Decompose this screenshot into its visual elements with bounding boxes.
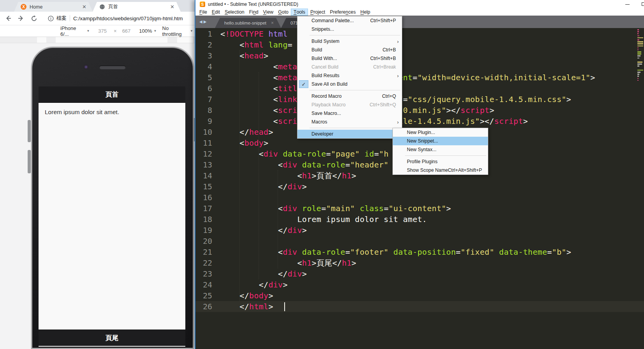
- menubar-item-view[interactable]: View: [261, 9, 276, 16]
- browser-tab-home[interactable]: X Home ✕: [14, 2, 93, 12]
- minimap-line: [637, 37, 643, 39]
- viewport-height[interactable]: 667: [122, 28, 131, 34]
- menubar-item-selection[interactable]: Selection: [222, 9, 247, 16]
- chrome-window: X Home ✕ 頁首 ✕ 檔案 C:/xampp/htdocs/webdesi…: [0, 0, 202, 349]
- code-line-1: <!DOCTYPE html: [220, 28, 288, 39]
- line-number: 2: [195, 39, 212, 50]
- minimap-line: [637, 43, 643, 44]
- code-line-19: </div>: [220, 225, 307, 236]
- submenu-item-new-snippet[interactable]: New Snippet...: [393, 137, 488, 145]
- tab-title: Home: [30, 4, 82, 10]
- xampp-icon: X: [21, 4, 26, 10]
- code-line-26: </html>: [220, 301, 273, 312]
- menu-item-save-macro[interactable]: Save Macro...: [297, 109, 402, 118]
- minimap-line: [637, 62, 642, 63]
- code-line-21: <div data-role="footer" data-position="f…: [220, 247, 571, 257]
- menu-separator: [297, 33, 402, 37]
- back-icon[interactable]: [4, 14, 13, 23]
- code-line-13: <div data-role="header": [220, 159, 389, 170]
- line-number: 25: [195, 290, 212, 301]
- minimap-line: [637, 49, 639, 51]
- maximize-button[interactable]: [642, 2, 644, 6]
- minimap-line: [637, 39, 639, 41]
- menubar-item-file[interactable]: File: [197, 9, 209, 16]
- line-number: 17: [195, 203, 212, 214]
- url-divider: [70, 15, 70, 21]
- phone-frame: 頁首 Lorem ipsum dolor sit amet. 頁尾: [31, 47, 194, 349]
- code-editor[interactable]: 1<!DOCTYPE html2 <html lang=3 <head>4 <m…: [195, 28, 644, 349]
- menu-item-build-with[interactable]: Build With...Ctrl+Shift+B: [297, 54, 402, 63]
- code-line-25: </body>: [220, 290, 273, 301]
- menu-item-build[interactable]: BuildCtrl+B: [297, 46, 402, 54]
- menu-item-record-macro[interactable]: Record MacroCtrl+Q: [297, 92, 402, 100]
- code-line-15: </div>: [220, 181, 307, 192]
- menu-item-snippets[interactable]: Snippets...: [297, 25, 402, 33]
- menubar-item-preferences[interactable]: Preferences: [327, 9, 358, 16]
- submenu-item-show-scope-name[interactable]: Show Scope NameCtrl+Alt+Shift+P: [393, 166, 488, 174]
- checkmark-icon: ✓: [299, 80, 308, 88]
- reload-icon[interactable]: [29, 14, 39, 23]
- sublime-tabbar: ◀▶ hello.sublime-snippet × 0710jqm-html.…: [195, 16, 644, 28]
- menu-item-playback-macro[interactable]: Playback MacroCtrl+Shift+Q: [297, 100, 402, 109]
- line-number: 12: [195, 148, 212, 159]
- developer-submenu-panel: New Plugin...New Snippet...New Syntax...…: [392, 128, 488, 175]
- browser-tab-page[interactable]: 頁首 ✕: [93, 2, 181, 12]
- menu-item-cancel-build[interactable]: Cancel BuildCtrl+Break: [297, 63, 402, 71]
- menu-separator: [297, 88, 402, 92]
- code-line-22: <h1>頁尾</h1>: [220, 257, 356, 268]
- minimap[interactable]: [637, 29, 644, 82]
- line-number: 15: [195, 181, 212, 192]
- tab-close-icon[interactable]: ✕: [170, 4, 174, 9]
- minimap-line: [637, 48, 639, 49]
- line-number: 16: [195, 192, 212, 203]
- info-icon[interactable]: [48, 16, 54, 21]
- minimap-line: [637, 60, 644, 61]
- line-number: 8: [195, 105, 212, 116]
- sublime-window: S untitled • - Sublime Text (UNREGISTERE…: [195, 0, 644, 349]
- menubar-item-project[interactable]: Project: [308, 9, 327, 16]
- code-line-14: <h1>頁首</h1>: [220, 170, 356, 181]
- minimap-line: [637, 58, 639, 59]
- menubar-item-help[interactable]: Help: [358, 9, 373, 16]
- menubar-item-tools[interactable]: Tools: [291, 9, 308, 16]
- minimap-line: [637, 63, 642, 65]
- minimap-line: [637, 74, 639, 75]
- tab-close-icon[interactable]: ×: [271, 20, 274, 26]
- viewport-width[interactable]: 375: [98, 28, 107, 34]
- sublime-titlebar[interactable]: S untitled • - Sublime Text (UNREGISTERE…: [195, 0, 644, 9]
- submenu-item-profile-plugins[interactable]: Profile Plugins: [393, 157, 488, 166]
- tab-scroll-arrows-icon[interactable]: ◀▶: [199, 19, 208, 24]
- throttling-select[interactable]: No throttling▼: [162, 25, 194, 37]
- tab-close-icon[interactable]: ✕: [82, 4, 86, 9]
- tools-menu-panel: Command Palette...Ctrl+Shift+PSnippets..…: [297, 16, 402, 139]
- minimap-line: [637, 31, 639, 32]
- menu-item-save-all-on-build[interactable]: ✓Save All on Build: [297, 80, 402, 88]
- menu-item-developer[interactable]: Developer›: [297, 130, 402, 138]
- submenu-item-new-plugin[interactable]: New Plugin...: [393, 128, 488, 137]
- phone-camera: [84, 65, 88, 69]
- menu-item-command-palette[interactable]: Command Palette...Ctrl+Shift+P: [297, 16, 402, 25]
- url-text[interactable]: C:/xampp/htdocs/webdesign/0710jqm-html.h…: [73, 16, 183, 21]
- menu-item-build-results[interactable]: Build Results›: [297, 71, 402, 80]
- code-line-2: <html lang=: [220, 39, 292, 50]
- menu-item-macros[interactable]: Macros›: [297, 118, 402, 126]
- submenu-item-new-syntax[interactable]: New Syntax...: [393, 145, 488, 154]
- omnibox[interactable]: 檔案 C:/xampp/htdocs/webdesign/0710jqm-htm…: [42, 13, 202, 24]
- phone-screen: 頁首 Lorem ipsum dolor sit amet. 頁尾: [39, 86, 185, 347]
- menu-item-build-system[interactable]: Build System›: [297, 37, 402, 46]
- minimap-line: [637, 29, 639, 30]
- page-header-bar: 頁首: [39, 86, 185, 103]
- minimap-line: [637, 41, 643, 42]
- zoom-select[interactable]: 100%▼: [139, 28, 157, 34]
- doc-tab-hello-snippet[interactable]: hello.sublime-snippet ×: [215, 18, 281, 28]
- line-number: 23: [195, 268, 212, 279]
- menubar-item-find[interactable]: Find: [247, 9, 261, 16]
- device-select[interactable]: iPhone 6/...▼: [60, 25, 90, 37]
- menubar-item-edit[interactable]: Edit: [209, 9, 222, 16]
- minimap-line: [637, 35, 639, 37]
- minimize-button[interactable]: [623, 0, 632, 9]
- menubar-item-goto[interactable]: Goto: [276, 9, 291, 16]
- forward-icon[interactable]: [16, 14, 26, 23]
- devtools-ruler: [0, 37, 202, 43]
- code-line-23: </div>: [220, 268, 307, 279]
